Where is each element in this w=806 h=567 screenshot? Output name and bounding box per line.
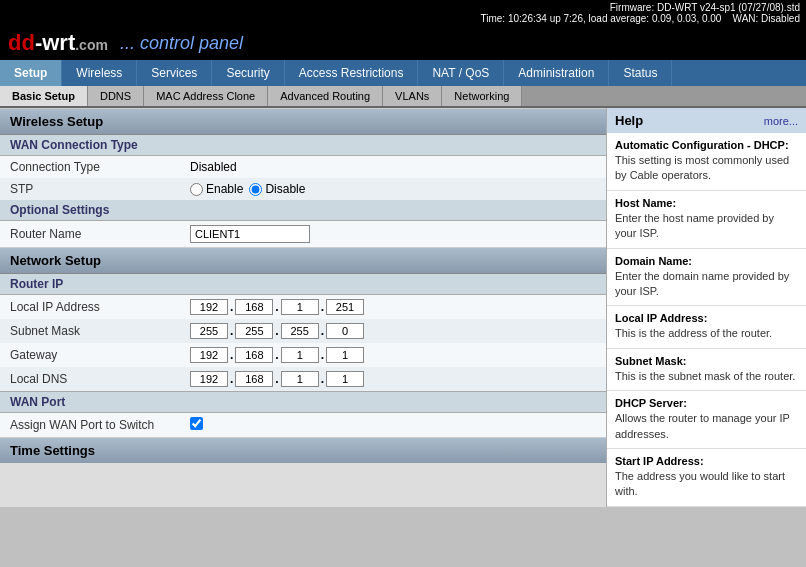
local-dns-4[interactable]: [326, 371, 364, 387]
local-ip-4[interactable]: [326, 299, 364, 315]
help-section-4: Subnet Mask: This is the subnet mask of …: [607, 349, 806, 391]
gateway-label: Gateway: [0, 343, 180, 367]
local-dns-3[interactable]: [281, 371, 319, 387]
help-section-6: Start IP Address: The address you would …: [607, 449, 806, 507]
help-section-0: Automatic Configuration - DHCP: This set…: [607, 133, 806, 191]
help-section-5: DHCP Server: Allows the router to manage…: [607, 391, 806, 449]
subtab-ddns[interactable]: DDNS: [88, 86, 144, 106]
dns-sep-2: .: [274, 372, 279, 386]
stp-radio-group: Enable Disable: [190, 182, 596, 196]
tab-status[interactable]: Status: [609, 60, 672, 86]
subnet-mask-3[interactable]: [281, 323, 319, 339]
wan-port-header: WAN Port: [0, 391, 606, 413]
connection-type-label: Connection Type: [0, 156, 180, 178]
logo-com: .com: [75, 37, 108, 53]
subnet-mask-2[interactable]: [235, 323, 273, 339]
ip-sep-3: .: [320, 300, 325, 314]
help-more-link[interactable]: more...: [764, 115, 798, 127]
firmware-info: Firmware: DD-WRT v24-sp1 (07/27/08).std: [610, 2, 800, 13]
subtab-basic-setup[interactable]: Basic Setup: [0, 86, 88, 106]
dns-sep-1: .: [229, 372, 234, 386]
help-title-1: Host Name:: [615, 197, 798, 209]
local-ip-cell: . . .: [180, 295, 606, 319]
assign-wan-row: Assign WAN Port to Switch: [0, 413, 606, 437]
tab-nat-qos[interactable]: NAT / QoS: [418, 60, 504, 86]
local-dns-label: Local DNS: [0, 367, 180, 391]
help-section-1: Host Name: Enter the host name provided …: [607, 191, 806, 249]
content-area: Wireless Setup WAN Connection Type Conne…: [0, 108, 606, 507]
control-panel-text: ... control panel: [120, 33, 243, 54]
router-name-row: Router Name: [0, 221, 606, 247]
wan-port-table: Assign WAN Port to Switch: [0, 413, 606, 437]
help-title: Help: [615, 113, 643, 128]
local-dns-2[interactable]: [235, 371, 273, 387]
local-ip-1[interactable]: [190, 299, 228, 315]
router-name-cell: [180, 221, 606, 247]
section-network-setup: Network Setup: [0, 247, 606, 274]
help-title-5: DHCP Server:: [615, 397, 798, 409]
local-dns-1[interactable]: [190, 371, 228, 387]
subtab-networking[interactable]: Networking: [442, 86, 522, 106]
local-ip-group: . . .: [190, 299, 596, 315]
nav-tabs: Setup Wireless Services Security Access …: [0, 60, 806, 86]
assign-wan-checkbox[interactable]: [190, 417, 203, 430]
logo-wrt: -wrt: [35, 30, 75, 55]
ip-sep-1: .: [229, 300, 234, 314]
gateway-ip-4[interactable]: [326, 347, 364, 363]
wan-connection-type-header: WAN Connection Type: [0, 135, 606, 156]
subnet-mask-4[interactable]: [326, 323, 364, 339]
gw-sep-3: .: [320, 348, 325, 362]
connection-type-row: Connection Type Disabled: [0, 156, 606, 178]
enable-radio-label[interactable]: Enable: [190, 182, 243, 196]
tab-administration[interactable]: Administration: [504, 60, 609, 86]
help-text-2: Enter the domain name provided by your I…: [615, 269, 798, 300]
sm-sep-2: .: [274, 324, 279, 338]
local-ip-3[interactable]: [281, 299, 319, 315]
disable-radio-label[interactable]: Disable: [249, 182, 305, 196]
optional-table: Router Name: [0, 221, 606, 247]
help-title-2: Domain Name:: [615, 255, 798, 267]
help-title-0: Automatic Configuration - DHCP:: [615, 139, 798, 151]
subnet-mask-cell: . . .: [180, 319, 606, 343]
local-ip-2[interactable]: [235, 299, 273, 315]
help-text-1: Enter the host name provided by your ISP…: [615, 211, 798, 242]
stp-controls: Enable Disable: [180, 178, 606, 200]
help-section-2: Domain Name: Enter the domain name provi…: [607, 249, 806, 307]
stp-disable-radio[interactable]: [249, 183, 262, 196]
router-name-label: Router Name: [0, 221, 180, 247]
subtab-mac-address-clone[interactable]: MAC Address Clone: [144, 86, 268, 106]
help-title-4: Subnet Mask:: [615, 355, 798, 367]
stp-row: STP Enable Disable: [0, 178, 606, 200]
local-dns-group: . . .: [190, 371, 596, 387]
stp-enable-radio[interactable]: [190, 183, 203, 196]
tab-access-restrictions[interactable]: Access Restrictions: [285, 60, 419, 86]
local-ip-label: Local IP Address: [0, 295, 180, 319]
router-ip-header: Router IP: [0, 274, 606, 295]
tab-wireless[interactable]: Wireless: [62, 60, 137, 86]
subnet-mask-group: . . .: [190, 323, 596, 339]
local-dns-cell: . . .: [180, 367, 606, 391]
gateway-ip-1[interactable]: [190, 347, 228, 363]
logo-dd: dd: [8, 30, 35, 55]
tab-security[interactable]: Security: [212, 60, 284, 86]
disable-label: Disable: [265, 182, 305, 196]
enable-label: Enable: [206, 182, 243, 196]
time-settings-header: Time Settings: [0, 437, 606, 463]
help-title-3: Local IP Address:: [615, 312, 798, 324]
local-ip-row: Local IP Address . . .: [0, 295, 606, 319]
gateway-ip-2[interactable]: [235, 347, 273, 363]
tab-setup[interactable]: Setup: [0, 60, 62, 86]
help-text-5: Allows the router to manage your IP addr…: [615, 411, 798, 442]
help-text-6: The address you would like to start with…: [615, 469, 798, 500]
logo: dd-wrt.com: [8, 30, 108, 56]
subtab-advanced-routing[interactable]: Advanced Routing: [268, 86, 383, 106]
router-name-input[interactable]: [190, 225, 310, 243]
subtab-vlans[interactable]: VLANs: [383, 86, 442, 106]
sm-sep-3: .: [320, 324, 325, 338]
gateway-ip-3[interactable]: [281, 347, 319, 363]
top-bar: Firmware: DD-WRT v24-sp1 (07/27/08).std …: [0, 0, 806, 26]
help-title-6: Start IP Address:: [615, 455, 798, 467]
dns-sep-3: .: [320, 372, 325, 386]
tab-services[interactable]: Services: [137, 60, 212, 86]
subnet-mask-1[interactable]: [190, 323, 228, 339]
